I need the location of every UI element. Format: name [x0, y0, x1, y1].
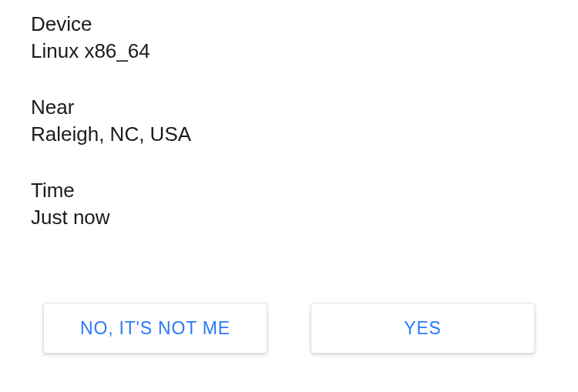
near-label: Near	[31, 94, 547, 121]
no-not-me-button[interactable]: NO, IT'S NOT ME	[43, 303, 267, 353]
device-group: Device Linux x86_64	[31, 11, 547, 65]
device-value: Linux x86_64	[31, 38, 547, 65]
time-label: Time	[31, 177, 547, 204]
action-button-row: NO, IT'S NOT ME YES	[0, 303, 578, 353]
near-group: Near Raleigh, NC, USA	[31, 94, 547, 148]
time-group: Time Just now	[31, 177, 547, 231]
info-panel: Device Linux x86_64 Near Raleigh, NC, US…	[0, 0, 578, 232]
device-label: Device	[31, 11, 547, 38]
near-value: Raleigh, NC, USA	[31, 121, 547, 148]
yes-button[interactable]: YES	[311, 303, 535, 353]
time-value: Just now	[31, 204, 547, 231]
